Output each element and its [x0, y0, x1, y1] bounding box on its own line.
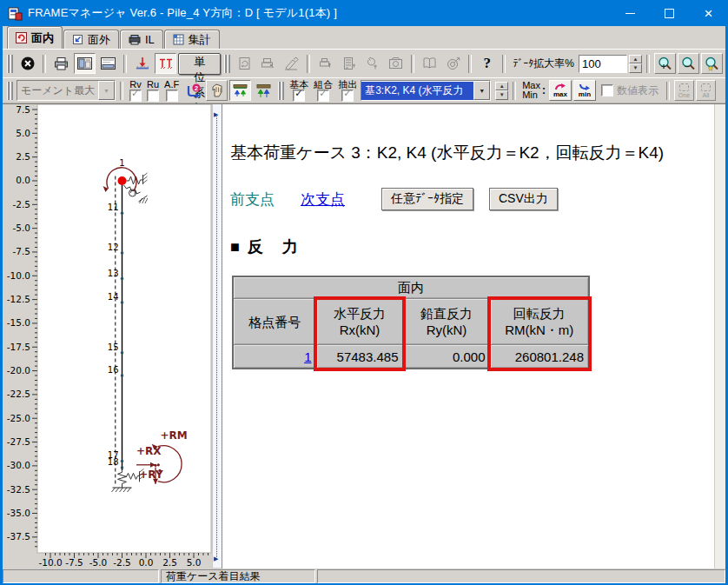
scrollbar-track — [216, 115, 217, 557]
tab-label: 集計 — [189, 32, 211, 48]
svg-text:-2.5: -2.5 — [113, 557, 131, 568]
check-ru-box[interactable] — [147, 90, 159, 102]
check-rv[interactable]: Rv — [129, 80, 142, 102]
close-view-button[interactable] — [17, 53, 38, 74]
support-symbols-button[interactable] — [155, 53, 176, 74]
spinner-down-icon[interactable]: ▼ — [495, 90, 508, 100]
content-scrollbar[interactable] — [714, 104, 725, 568]
spinner-up-icon[interactable]: ▲ — [629, 55, 642, 64]
support-view-button[interactable] — [229, 80, 251, 101]
check-combination-box[interactable] — [317, 90, 329, 102]
scroll-up-icon[interactable]: ▶ — [214, 111, 218, 118]
edit-brush-icon — [283, 56, 300, 71]
node-link[interactable]: 1 — [304, 349, 311, 364]
pick-hand-button[interactable] — [206, 80, 228, 101]
reaction-arrows-button[interactable] — [253, 80, 275, 101]
max-button[interactable]: max — [549, 80, 572, 101]
tab-il[interactable]: IL — [120, 30, 163, 49]
svg-text:+RM: +RM — [161, 429, 188, 442]
toolbar-grip[interactable] — [7, 55, 13, 73]
chevron-down-icon[interactable]: ▼ — [473, 81, 490, 100]
next-support-link[interactable]: 次支点 — [301, 189, 345, 209]
check-basic[interactable]: 基本 — [289, 80, 308, 102]
layout-bottom-button[interactable] — [97, 53, 119, 74]
layout-preview-button[interactable] — [74, 53, 96, 74]
check-af[interactable]: A.F — [164, 80, 179, 102]
spinner-down-icon[interactable]: ▼ — [629, 63, 642, 73]
edit-brush-button[interactable] — [281, 53, 302, 74]
check-af-box[interactable] — [166, 90, 178, 102]
print-small-button[interactable] — [314, 53, 336, 74]
check-rv-box[interactable] — [129, 90, 142, 102]
help-button[interactable]: ? — [476, 53, 498, 74]
print-preview-button[interactable] — [257, 53, 279, 74]
nav-link-row: 前支点 次支点 任意ﾃﾞｰﾀ指定 CSV出力 — [230, 188, 706, 210]
toolbar-grip[interactable] — [7, 82, 13, 100]
toolbar-grip[interactable] — [278, 82, 284, 100]
svg-text:5.0: 5.0 — [187, 557, 202, 568]
minimize-button[interactable] — [611, 0, 650, 26]
check-extract[interactable]: 抽出 — [338, 80, 357, 102]
tab-out-of-plane[interactable]: 面外 — [63, 30, 119, 49]
arbitrary-data-button[interactable]: 任意ﾃﾞｰﾀ指定 — [381, 188, 473, 210]
tab-summary[interactable]: 集計 — [164, 30, 220, 49]
load-case-dropdown[interactable]: 基3:K2, K4 (水平反力 ▼ — [361, 80, 491, 101]
capture-button[interactable] — [385, 53, 407, 74]
close-icon: × — [705, 6, 713, 21]
toolbar-result: モーメント最大 ▼ Rv Ru A.F 2 — [3, 77, 725, 103]
undo-print-button[interactable] — [361, 53, 383, 74]
check-extract-box[interactable] — [341, 90, 354, 102]
close-button[interactable]: × — [689, 0, 728, 26]
result-content: 基本荷重ケース 3：K2, K4 (水平反力＝K2，回転反力＝K4) 前支点 次… — [222, 104, 725, 568]
min-button[interactable]: min — [573, 80, 596, 101]
calculator-button[interactable] — [338, 53, 360, 74]
refresh-doc-button[interactable] — [234, 53, 255, 74]
tab-in-plane[interactable]: 面内 — [7, 26, 63, 49]
unit-toggle-button[interactable]: 単位系切替 — [178, 53, 221, 75]
book-button[interactable] — [419, 53, 440, 74]
data-scale-input[interactable] — [579, 55, 627, 73]
out-of-plane-icon — [72, 34, 83, 45]
status-message: 荷重ケース着目結果 — [161, 569, 315, 583]
prev-support-link[interactable]: 前支点 — [230, 189, 275, 209]
load-arrow-button[interactable] — [131, 53, 153, 74]
svg-text:-27.5: -27.5 — [7, 436, 30, 447]
dashed-box-icon — [701, 83, 711, 91]
svg-text:-25.0: -25.0 — [7, 413, 30, 423]
cell-rx: 57483.485 — [316, 345, 403, 369]
maximize-button[interactable] — [650, 0, 689, 26]
all-button[interactable]: All — [696, 80, 716, 101]
load-case-spinner[interactable]: ▲▼ — [495, 82, 508, 100]
result-mode-dropdown[interactable]: モーメント最大 ▼ — [17, 80, 116, 101]
zoom-out-button[interactable] — [678, 53, 699, 74]
numeric-display-box[interactable] — [601, 84, 613, 96]
tabbar: 面内 面外 IL — [3, 26, 725, 49]
spinner-up-icon[interactable]: ▲ — [495, 82, 508, 91]
check-ru[interactable]: Ru — [147, 80, 159, 102]
maxmin-group: Max Min : — [522, 81, 546, 100]
print-button[interactable] — [50, 53, 72, 74]
toolbar-grip[interactable] — [224, 55, 230, 73]
one-button[interactable]: One — [674, 80, 694, 101]
svg-text:5.0: 5.0 — [16, 128, 30, 138]
print-small-icon — [318, 56, 334, 71]
data-scale-spinner[interactable]: ▲▼ — [629, 55, 642, 73]
reaction-table: 面内 格点番号 水平反力Rx(kN) 鉛直反力Ry(kN) 回転反力RM(kN・… — [232, 276, 590, 369]
cell-rm: 260801.248 — [490, 345, 589, 369]
secondary-arrow-button[interactable]: 2 — [182, 80, 204, 101]
model-view-panel[interactable]: 7.55.02.50.0-2.5-5.0-7.5-10.0-12.5-15.0-… — [3, 104, 222, 568]
chart-scrollbar[interactable]: ▶ ▶ — [212, 104, 222, 568]
separator — [411, 55, 414, 73]
numeric-display-check[interactable]: 数値表示 — [601, 83, 659, 98]
check-basic-box[interactable] — [293, 90, 305, 102]
chevron-down-icon[interactable]: ▼ — [98, 81, 115, 100]
zoom-fit-button[interactable] — [701, 53, 723, 74]
zoom-fit-icon — [704, 56, 720, 72]
check-combination[interactable]: 組合 — [314, 80, 333, 102]
scroll-down-icon[interactable]: ▶ — [214, 555, 218, 562]
zoom-in-button[interactable] — [654, 53, 676, 74]
target-button[interactable] — [442, 53, 464, 74]
hand-icon — [208, 83, 225, 99]
titlebar: FRAMEマネージャ Ver.6 - Pile_4 Y方向：D [ モデル1(1… — [0, 0, 728, 26]
csv-export-button[interactable]: CSV出力 — [489, 188, 558, 210]
